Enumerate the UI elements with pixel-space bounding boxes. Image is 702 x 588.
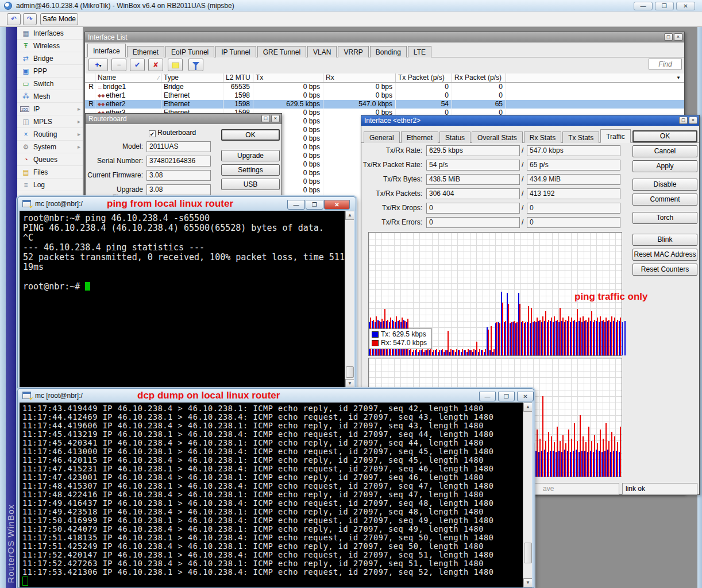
sidebar-item-mesh[interactable]: ⁂Mesh	[17, 90, 83, 103]
ok-button[interactable]: OK	[632, 130, 697, 142]
tx-rx-packets-rx-field[interactable]: 413 192	[527, 188, 620, 199]
sidebar-item-bridge[interactable]: ⇄Bridge	[17, 52, 83, 65]
tx-rx-errors-rx-field[interactable]: 0	[527, 217, 620, 228]
column-dropdown-button[interactable]: ▼	[674, 74, 683, 82]
reset-mac-address-button[interactable]: Reset MAC Address	[632, 249, 697, 261]
tab-traffic[interactable]: Traffic	[600, 129, 631, 143]
restore-button[interactable]: ❒	[306, 200, 323, 210]
column-header-tx[interactable]: Tx	[253, 74, 323, 82]
tab-interface[interactable]: Interface	[87, 44, 126, 57]
table-row[interactable]: ◆◆ether1Ethernet15980 bps0 bps00	[85, 91, 684, 100]
enable-button[interactable]: ✔	[130, 59, 145, 71]
sidebar-item-routing[interactable]: ×Routing▸	[17, 128, 83, 141]
table-row[interactable]: R◆◆ether2Ethernet1598629.5 kbps547.0 kbp…	[85, 100, 684, 109]
scroll-up-icon[interactable]: ▲	[523, 403, 532, 412]
tab-vrrp[interactable]: VRRP	[338, 46, 368, 57]
tab-vlan[interactable]: VLAN	[307, 46, 337, 57]
minimize-button[interactable]: —	[479, 392, 496, 401]
tab-tx-stats[interactable]: Tx Stats	[562, 131, 599, 143]
column-header-rx[interactable]: Rx	[323, 74, 396, 82]
tx-rx-packet-rate-rx-field[interactable]: 65 p/s	[527, 160, 620, 171]
scroll-down-icon[interactable]: ▼	[523, 578, 532, 587]
column-header-type[interactable]: Type	[161, 74, 223, 82]
comment-button[interactable]	[168, 59, 183, 71]
torch-button[interactable]: Torch	[632, 212, 697, 224]
tab-overall-stats[interactable]: Overall Stats	[472, 131, 523, 143]
tab-gre-tunnel[interactable]: GRE Tunnel	[257, 46, 306, 57]
ok-button[interactable]: OK	[221, 129, 280, 141]
tab-eoip-tunnel[interactable]: EoIP Tunnel	[165, 46, 214, 57]
sidebar-item-wireless[interactable]: ŦWireless	[17, 40, 83, 52]
maximize-button[interactable]: □	[679, 117, 688, 124]
maximize-button[interactable]: □	[664, 33, 673, 41]
column-header-tx-packet-p-s[interactable]: Tx Packet (p/s)	[396, 74, 452, 82]
scrollbar-thumb[interactable]	[346, 366, 354, 378]
scroll-up-icon[interactable]: ▲	[345, 211, 354, 220]
cancel-button[interactable]: Cancel	[632, 145, 697, 157]
tx-rx-bytes-rx-field[interactable]: 434.9 MiB	[527, 174, 620, 185]
remove-button[interactable]: −	[111, 59, 126, 71]
column-header-flag[interactable]	[85, 74, 95, 82]
interface-list-titlebar[interactable]: Interface List □ ×	[85, 32, 684, 42]
sidebar-item-files[interactable]: ▤Files	[17, 166, 83, 179]
routerboard-field-current-firmware[interactable]: 3.08	[146, 170, 211, 181]
usb-button[interactable]: USB	[221, 179, 280, 190]
disable-button[interactable]: ✘	[148, 59, 163, 71]
tab-lte[interactable]: LTE	[408, 46, 431, 57]
sidebar-item-log[interactable]: ≡Log	[17, 179, 83, 191]
tx-rx-drops-tx-field[interactable]: 0	[426, 203, 520, 214]
maximize-button[interactable]: ❒	[498, 392, 515, 401]
routerboard-titlebar[interactable]: Routerboard □ ×	[86, 114, 281, 124]
routerboard-field-model[interactable]: 2011UAS	[146, 141, 211, 152]
redo-button[interactable]: ↷	[23, 13, 37, 25]
sidebar-item-mpls[interactable]: ◫MPLS▸	[17, 115, 83, 128]
close-icon[interactable]: ×	[674, 33, 682, 41]
restore-button[interactable]: ❒	[655, 2, 674, 10]
comment-button[interactable]: Comment	[632, 194, 697, 206]
filter-button[interactable]	[188, 59, 203, 71]
add-button[interactable]: +▾	[88, 59, 108, 71]
close-icon[interactable]: ×	[271, 115, 280, 122]
routerboard-field-serial-number[interactable]: 374802164836	[146, 156, 211, 167]
tab-bonding[interactable]: Bonding	[370, 46, 407, 57]
maximize-button[interactable]: □	[261, 115, 270, 122]
tx-rx-rate-rx-field[interactable]: 547.0 kbps	[527, 145, 620, 156]
reset-counters-button[interactable]: Reset Counters	[632, 264, 697, 276]
scrollbar[interactable]: ▲ ▼	[523, 403, 532, 587]
scrollbar[interactable]: ▲ ▼	[345, 211, 354, 388]
table-row[interactable]: R⚍bridge1Bridge655350 bps0 bps00	[85, 83, 684, 91]
tx-rx-rate-tx-field[interactable]: 629.5 kbps	[426, 145, 520, 156]
sidebar-item-system[interactable]: ⚙System▸	[17, 141, 83, 153]
tx-rx-errors-tx-field[interactable]: 0	[426, 217, 520, 228]
tab-ethernet[interactable]: Ethernet	[401, 131, 438, 143]
tx-rx-drops-rx-field[interactable]: 0	[527, 203, 620, 214]
tab-ip-tunnel[interactable]: IP Tunnel	[215, 46, 256, 57]
tx-rx-bytes-tx-field[interactable]: 438.5 MiB	[426, 174, 520, 185]
scroll-down-icon[interactable]: ▼	[345, 379, 354, 388]
close-icon[interactable]: ✕	[517, 392, 534, 401]
close-icon[interactable]: ×	[689, 117, 697, 124]
find-input[interactable]	[649, 59, 682, 69]
terminal-ping-titlebar[interactable]: mc [root@nbr]:/ ping from local linux ro…	[18, 197, 356, 211]
scrollbar-thumb[interactable]	[524, 543, 532, 563]
routerboard-checkbox[interactable]: ✔	[149, 130, 156, 137]
settings-button[interactable]: Settings	[221, 164, 280, 176]
column-header-l2-mtu[interactable]: L2 MTU	[223, 74, 253, 82]
disable-button[interactable]: Disable	[632, 179, 697, 191]
tx-rx-packets-tx-field[interactable]: 306 404	[426, 188, 520, 199]
sidebar-item-ppp[interactable]: ▣PPP	[17, 65, 83, 78]
upgrade-button[interactable]: Upgrade	[221, 150, 280, 161]
sidebar-item-queues[interactable]: ◔Queues	[17, 153, 83, 166]
sidebar-item-interfaces[interactable]: ▦Interfaces	[17, 27, 83, 40]
tab-ethernet[interactable]: Ethernet	[127, 46, 164, 57]
safe-mode-button[interactable]: Safe Mode	[40, 13, 78, 25]
apply-button[interactable]: Apply	[632, 160, 697, 172]
terminal-tcpdump-titlebar[interactable]: mc [root@nbr]:/ dcp dump on local linux …	[18, 389, 534, 403]
interface-ether2-titlebar[interactable]: Interface <ether2> □ ×	[361, 115, 699, 126]
blink-button[interactable]: Blink	[632, 234, 697, 246]
column-header-name[interactable]: Name∕	[95, 74, 161, 82]
tab-rx-stats[interactable]: Rx Stats	[524, 131, 561, 143]
minimize-button[interactable]: —	[287, 200, 305, 210]
tab-general[interactable]: General	[364, 131, 400, 143]
sidebar-item-ip[interactable]: 255IP▸	[17, 103, 83, 115]
